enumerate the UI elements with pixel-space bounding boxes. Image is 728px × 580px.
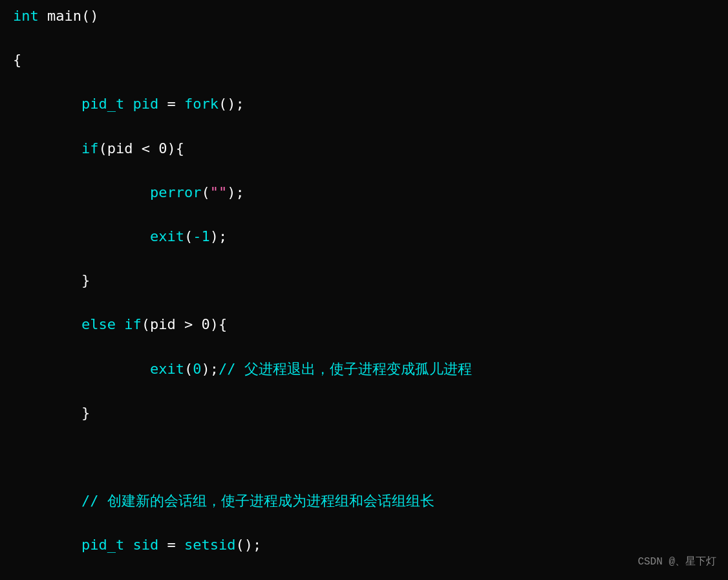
line-11	[13, 446, 728, 468]
code-block: int main() { pid_t pid = fork(); if(pid …	[0, 5, 728, 580]
line-7: }	[13, 270, 728, 292]
code-container: int main() { pid_t pid = fork(); if(pid …	[0, 0, 728, 580]
line-8: else if(pid > 0){	[13, 314, 728, 336]
line-5: perror("");	[13, 182, 728, 204]
line-2: {	[13, 49, 728, 71]
line-13: pid_t sid = setsid();	[13, 534, 728, 556]
line-3: pid_t pid = fork();	[13, 93, 728, 115]
line-4: if(pid < 0){	[13, 138, 728, 160]
line-9: exit(0);// 父进程退出，使子进程变成孤儿进程	[13, 358, 728, 380]
line-12: // 创建新的会话组，使子进程成为进程组和会话组组长	[13, 490, 728, 512]
line-10: }	[13, 402, 728, 424]
line-1: int main()	[13, 5, 728, 27]
watermark: CSDN @、星下灯	[637, 555, 716, 568]
line-6: exit(-1);	[13, 226, 728, 248]
